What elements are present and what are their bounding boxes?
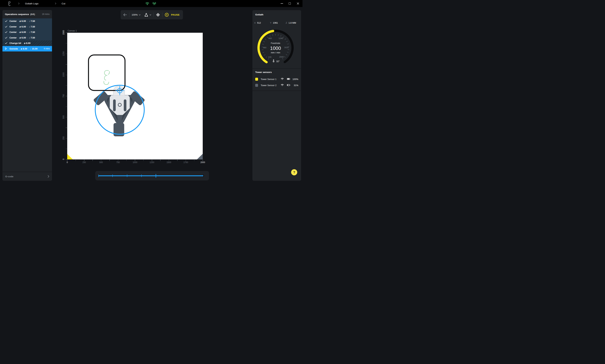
x-ruler-tick <box>160 160 160 161</box>
operation-diameter: ⌀ 6.00 <box>20 25 26 28</box>
gauge-scale-label: 100 <box>268 56 272 58</box>
y-ruler-tick <box>66 85 67 86</box>
operations-total-time: 16 mins <box>42 13 50 15</box>
robot-icon <box>144 13 148 17</box>
x-ruler-label: 1500 <box>164 161 174 164</box>
y-ruler-label: 1500 <box>62 29 65 36</box>
sensor-color-swatch <box>255 84 258 87</box>
operation-diameter: ⌀ 8.00 <box>24 42 31 44</box>
help-button[interactable]: ? <box>291 169 297 175</box>
gauge-value: 1000 <box>270 46 281 51</box>
x-ruler-tick <box>109 160 110 161</box>
operation-row-center[interactable]: Center·⌀ 6.00·↕ 7.50 <box>2 29 52 35</box>
operation-diameter: ⌀ 6.00 <box>20 20 26 22</box>
y-ruler-tick <box>66 117 67 117</box>
check-icon <box>5 31 10 33</box>
maximize-icon <box>289 2 291 5</box>
titlebar: Goliath Logo Cut <box>0 0 302 7</box>
timeline-end-marker <box>203 174 204 177</box>
y-ruler-tick <box>66 43 67 44</box>
operation-diameter: ⌀ 6.00 <box>20 36 26 39</box>
help-label: ? <box>293 170 295 174</box>
chevron-down-icon <box>139 14 141 15</box>
panel-divider <box>252 91 301 91</box>
y-ruler-label: 1250 <box>62 50 65 58</box>
gcode-section[interactable]: G-code <box>2 172 52 181</box>
x-ruler-label: 1000 <box>130 161 140 164</box>
operation-row-outside[interactable]: Outside·⌀ 8.00·↕ 15.004 mins <box>2 46 52 52</box>
x-ruler-tick <box>76 160 76 161</box>
y-ruler-label: 750 <box>62 92 65 100</box>
y-ruler-tick <box>66 159 67 160</box>
logo-cut-path <box>104 71 109 85</box>
zoom-value: 100% <box>132 13 138 16</box>
coord-y: Y1061 <box>270 22 278 24</box>
work-canvas[interactable] <box>67 33 203 159</box>
sensor-battery-percent: 31% <box>292 84 298 87</box>
y-ruler-tick <box>66 96 67 96</box>
chevron-right-icon <box>48 175 49 178</box>
tower-sensors-title: Tower sensors <box>255 71 272 74</box>
timeline-track[interactable] <box>99 175 203 176</box>
maximize-button[interactable] <box>287 1 292 6</box>
minimize-icon <box>281 3 283 4</box>
play-icon <box>5 47 10 50</box>
breadcrumb-project[interactable]: Goliath Logo <box>25 2 39 5</box>
operation-depth: ↕ 7.50 <box>29 36 35 39</box>
tower-sensor-row[interactable]: Tower Sensor 1100% <box>255 77 298 81</box>
canvas-corner-end <box>197 154 203 159</box>
canvas-corner-origin <box>67 154 73 159</box>
x-ruler-label: 1750 <box>181 161 191 164</box>
locate-target-button[interactable] <box>156 13 160 17</box>
operation-row-center[interactable]: Center·⌀ 6.00·↕ 7.50 <box>2 18 52 24</box>
operation-row-center[interactable]: Center·⌀ 6.00·↕ 7.50 <box>2 35 52 41</box>
operation-row-center[interactable]: Center·⌀ 6.00·↕ 7.50 <box>2 24 52 30</box>
y-ruler-tick <box>66 128 67 128</box>
wifi-icon <box>145 2 149 5</box>
y-ruler-tick <box>66 138 67 139</box>
operation-label: Center <box>10 25 17 28</box>
job-timeline[interactable] <box>95 171 209 181</box>
minimize-button[interactable] <box>279 1 284 6</box>
coord-x: X512 <box>254 22 261 24</box>
canvas-drawing <box>67 33 203 159</box>
sensor-name: Tower Sensor 1 <box>261 78 276 80</box>
breadcrumb-page[interactable]: Cut <box>62 2 65 5</box>
y-ruler-tick <box>66 149 67 149</box>
gauge-unit: mm / min <box>271 51 280 54</box>
operation-diameter: ⌀ 6.00 <box>20 31 26 33</box>
chevron-down-icon <box>149 14 151 15</box>
wifi-icon <box>281 78 284 81</box>
check-icon <box>5 20 10 22</box>
operation-time: 4 mins <box>44 47 50 50</box>
timeline-playhead[interactable] <box>156 174 156 178</box>
gcode-label: G-code <box>5 175 13 178</box>
x-ruler-label: 250 <box>79 161 90 164</box>
operation-diameter: ⌀ 8.00 <box>21 47 27 50</box>
battery-icon <box>287 84 290 87</box>
wifi-icon <box>281 84 284 87</box>
check-icon <box>5 26 10 28</box>
y-ruler-tick <box>66 106 67 107</box>
back-button[interactable] <box>123 13 127 16</box>
pause-button[interactable]: PAUSE <box>165 13 180 17</box>
y-ruler-tick <box>66 64 67 65</box>
panel-divider <box>252 68 301 69</box>
robot-tool-dropdown[interactable] <box>144 13 151 17</box>
y-ruler-label: 0 <box>62 156 65 163</box>
pause-icon <box>165 13 169 17</box>
gauge-title: Feedrate <box>271 42 280 44</box>
x-ruler-tick <box>169 160 169 161</box>
close-button[interactable] <box>295 1 300 6</box>
tower-sensor-row[interactable]: Tower Sensor 231% <box>255 83 298 88</box>
operation-row-change-bit[interactable]: Change bit·⌀ 8.00 <box>2 40 52 46</box>
sensor-battery-percent: 100% <box>292 78 298 80</box>
x-ruler-tick <box>186 160 186 161</box>
timeline-tick <box>141 174 142 177</box>
y-ruler-label: 500 <box>62 113 65 121</box>
canvas-label: Canvas 1 <box>67 30 77 32</box>
zoom-dropdown[interactable]: 100% <box>132 13 141 16</box>
feedrate-gauge: 100480860124016202000Feedrate1000mm / mi… <box>252 27 301 67</box>
x-ruler-tick <box>203 160 203 161</box>
operations-panel: Operations sequence (6/6) 16 mins Center… <box>2 10 52 181</box>
